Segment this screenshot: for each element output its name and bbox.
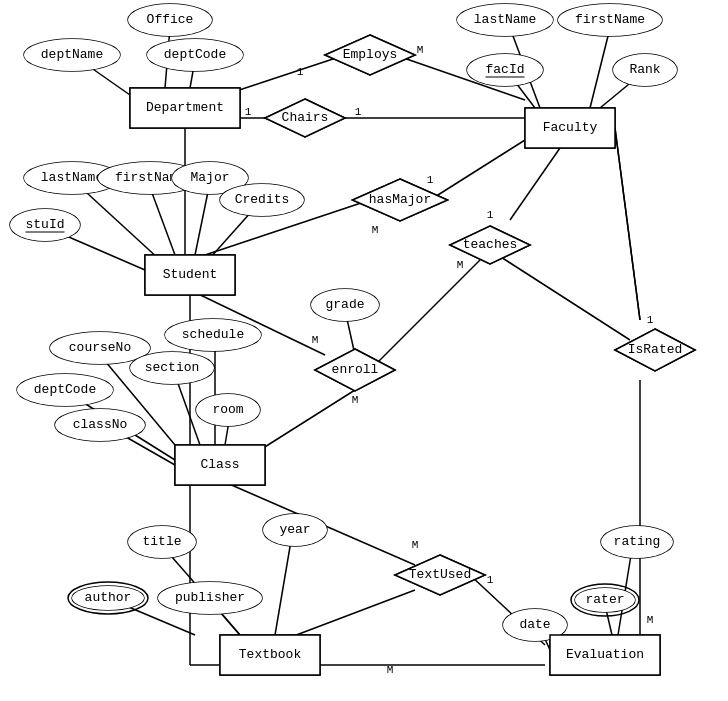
er-diagram xyxy=(0,0,728,701)
